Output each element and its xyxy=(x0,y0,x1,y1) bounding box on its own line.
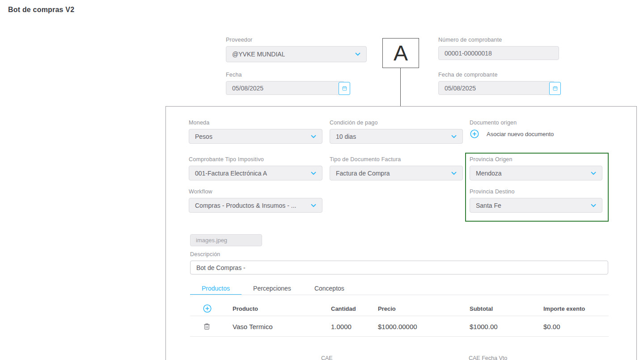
provincia-destino-select[interactable]: Santa Fe xyxy=(470,198,602,213)
calendar-icon xyxy=(342,86,347,91)
fecha-comprobante-field: Fecha de comprobante 05/08/2025 xyxy=(438,72,555,95)
moneda-label: Moneda xyxy=(189,120,322,126)
cell-importe-exento: $0.00 xyxy=(543,323,560,330)
comprobante-tipo-select[interactable]: 001-Factura Electrónica A xyxy=(189,166,322,180)
proveedor-value: @YVKE MUNDIAL xyxy=(232,51,285,58)
comprobante-tipo-label: Comprobante Tipo Impositivo xyxy=(189,156,322,163)
annotation-connector-line xyxy=(400,68,401,106)
fecha-input[interactable]: 05/08/2025 xyxy=(226,81,344,95)
calendar-icon xyxy=(552,86,558,91)
condicion-pago-select[interactable]: 10 dias xyxy=(330,129,463,144)
fecha-label: Fecha xyxy=(226,72,344,78)
numero-comprobante-field: Número de comprobante 00001-00000018 xyxy=(438,37,559,60)
workflow-label: Workflow xyxy=(189,189,322,195)
tipo-documento-value: Factura de Compra xyxy=(336,170,390,177)
cell-precio: $1000.00000 xyxy=(378,323,417,330)
proveedor-select[interactable]: @YVKE MUNDIAL xyxy=(226,46,367,62)
chevron-down-icon xyxy=(309,133,318,141)
attachment-chip[interactable]: images.jpeg xyxy=(190,234,262,246)
tab-conceptos[interactable]: Conceptos xyxy=(303,282,356,295)
annotation-box-a: A xyxy=(382,38,419,68)
asociar-documento-link[interactable]: Asociar nuevo documento xyxy=(487,131,554,137)
condicion-pago-label: Condición de pago xyxy=(330,120,463,126)
col-header-importe-exento: Importe exento xyxy=(543,305,585,312)
numero-comprobante-input[interactable]: 00001-00000018 xyxy=(438,46,559,60)
comprobante-tipo-field: Comprobante Tipo Impositivo 001-Factura … xyxy=(189,156,322,180)
provincia-origen-field: Provincia Origen Mendoza xyxy=(470,156,602,180)
add-circle-icon[interactable] xyxy=(470,129,479,139)
col-header-cantidad: Cantidad xyxy=(331,305,356,312)
documento-origen-field: Documento origen Asociar nuevo documento xyxy=(470,120,604,139)
chevron-down-icon xyxy=(589,169,597,177)
cell-subtotal: $1000.00 xyxy=(470,323,498,330)
chevron-down-icon xyxy=(309,201,318,210)
add-product-icon[interactable] xyxy=(203,304,212,313)
provincia-origen-label: Provincia Origen xyxy=(470,156,602,163)
chevron-down-icon xyxy=(589,201,597,210)
col-header-producto: Producto xyxy=(233,305,258,312)
numero-comprobante-label: Número de comprobante xyxy=(438,37,559,43)
provincia-destino-value: Santa Fe xyxy=(476,202,501,209)
tab-percepciones[interactable]: Percepciones xyxy=(242,282,303,295)
cae-label: CAE xyxy=(321,355,333,360)
workflow-value: Compras - Productos & Insumos - ... xyxy=(195,202,296,209)
fecha-comprobante-input[interactable]: 05/08/2025 xyxy=(438,81,555,95)
provincia-origen-value: Mendoza xyxy=(476,170,502,177)
condicion-pago-value: 10 dias xyxy=(336,133,356,140)
table-row: Vaso Termico 1.0000 $1000.00000 $1000.00… xyxy=(190,317,609,337)
fecha-comprobante-label: Fecha de comprobante xyxy=(438,72,555,78)
cell-cantidad: 1.0000 xyxy=(331,323,352,330)
col-header-subtotal: Subtotal xyxy=(470,305,493,312)
moneda-field: Moneda Pesos xyxy=(189,120,322,144)
comprobante-tipo-value: 001-Factura Electrónica A xyxy=(195,170,267,177)
moneda-value: Pesos xyxy=(195,133,212,140)
fecha-calendar-button[interactable] xyxy=(339,82,350,95)
fecha-field: Fecha 05/08/2025 xyxy=(226,72,344,95)
descripcion-input[interactable]: Bot de Compras - xyxy=(190,261,608,274)
workflow-select[interactable]: Compras - Productos & Insumos - ... xyxy=(189,198,322,213)
fecha-comprobante-calendar-button[interactable] xyxy=(549,82,561,95)
annotation-letter: A xyxy=(394,43,408,64)
tipo-documento-field: Tipo de Documento Factura Factura de Com… xyxy=(330,156,463,180)
chevron-down-icon xyxy=(450,169,458,177)
moneda-select[interactable]: Pesos xyxy=(189,129,322,144)
cell-producto: Vaso Termico xyxy=(233,323,272,330)
products-table-header: Producto Cantidad Precio Subtotal Import… xyxy=(190,301,609,316)
provincia-origen-select[interactable]: Mendoza xyxy=(470,166,602,180)
documento-origen-label: Documento origen xyxy=(470,120,604,126)
tab-productos[interactable]: Productos xyxy=(190,282,242,295)
descripcion-label: Descripción xyxy=(190,251,608,257)
descripcion-field: Descripción Bot de Compras - xyxy=(190,251,608,274)
col-header-precio: Precio xyxy=(378,305,396,312)
chevron-down-icon xyxy=(354,50,362,58)
tipo-documento-label: Tipo de Documento Factura xyxy=(330,156,463,163)
detail-tabs: Productos Percepciones Conceptos xyxy=(190,282,356,295)
condicion-pago-field: Condición de pago 10 dias xyxy=(330,120,463,144)
trash-icon[interactable] xyxy=(203,322,211,331)
cae-fecha-label: CAE Fecha Vto xyxy=(469,355,507,360)
purchase-bot-screen: Bot de compras V2 Proveedor @YVKE MUNDIA… xyxy=(0,0,644,360)
page-title: Bot de compras V2 xyxy=(8,6,74,14)
tipo-documento-select[interactable]: Factura de Compra xyxy=(330,166,463,180)
chevron-down-icon xyxy=(450,133,458,141)
tabs-divider xyxy=(190,295,609,295)
workflow-field: Workflow Compras - Productos & Insumos -… xyxy=(189,189,322,213)
provincia-destino-label: Provincia Destino xyxy=(470,189,602,195)
proveedor-label: Proveedor xyxy=(226,37,367,43)
proveedor-field: Proveedor @YVKE MUNDIAL xyxy=(226,37,367,62)
provincia-destino-field: Provincia Destino Santa Fe xyxy=(470,189,602,213)
chevron-down-icon xyxy=(309,169,318,177)
